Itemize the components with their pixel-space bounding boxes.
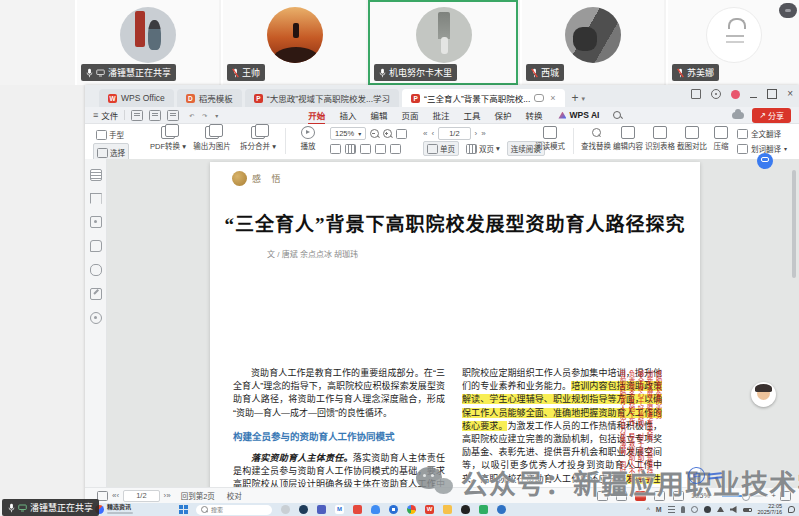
full-translate-button[interactable]: 全文翻译 — [737, 126, 787, 141]
recognize-table-button[interactable]: 识别表格 — [645, 126, 675, 151]
comment-bubble-icon[interactable] — [534, 94, 544, 102]
network-globe-icon[interactable] — [691, 506, 698, 513]
proofread-link[interactable]: 校对 — [227, 490, 242, 501]
zoom-out-icon[interactable] — [370, 129, 379, 138]
teams-app-icon[interactable] — [317, 505, 326, 514]
taskbar-clock[interactable]: 22:05 2025/7/16 — [758, 504, 782, 515]
video-tile[interactable]: 西城 — [520, 0, 664, 85]
menu-page[interactable]: 页面 — [401, 109, 418, 121]
share-button[interactable]: ↗ 分享 — [752, 108, 791, 123]
zoom-slider[interactable] — [722, 495, 768, 497]
chrome-icon[interactable] — [407, 505, 416, 514]
sharing-indicator-badge[interactable]: 潘锺慧正在共享 — [2, 499, 99, 516]
redo-icon[interactable]: ↷ — [202, 112, 207, 119]
ime-icon[interactable]: M — [656, 506, 662, 513]
bookmark-icon[interactable] — [90, 193, 102, 204]
fit-height-icon[interactable] — [360, 144, 371, 154]
undo-icon[interactable]: ↶ — [189, 112, 194, 119]
file-menu[interactable]: 文件 — [101, 109, 118, 121]
menu-tools[interactable]: 工具 — [463, 109, 480, 121]
fit-width-icon[interactable] — [345, 144, 356, 154]
settings-sliders-icon[interactable] — [668, 506, 675, 513]
find-replace-button[interactable]: 查找替换 — [581, 126, 611, 151]
back-to-page-link[interactable]: 回到第2页 — [181, 490, 215, 501]
menu-home[interactable]: 开始 — [308, 109, 325, 121]
minimize-button[interactable] — [750, 97, 757, 98]
start-button[interactable] — [179, 505, 188, 514]
wps-app-icon[interactable]: W — [425, 505, 434, 514]
maximize-button[interactable] — [767, 89, 777, 99]
save-icon[interactable] — [149, 110, 161, 121]
split-merge-button[interactable]: 拆分合并 ▾ — [237, 126, 279, 151]
menu-insert[interactable]: 插入 — [339, 109, 356, 121]
vertical-scrollbar[interactable] — [792, 170, 796, 278]
cloud-drive-icon[interactable] — [371, 505, 380, 514]
tab-pdf-document-2-active[interactable]: P “三全育人”背景下高职院校... × — [402, 89, 565, 107]
stamp-icon[interactable] — [90, 312, 102, 324]
search-icon[interactable] — [613, 111, 622, 120]
wifi-icon[interactable] — [717, 507, 724, 512]
zoom-out-button[interactable]: − — [713, 491, 717, 500]
pdf-canvas[interactable]: 感 悟 “三全育人”背景下高职院校发展型资助育人路径探究 文 / 唐斌 余点点冰… — [107, 159, 799, 487]
last-page-icon[interactable]: » — [166, 491, 170, 500]
hidden-icons-chevron[interactable]: ^ — [646, 506, 649, 513]
prev-page-icon[interactable]: ‹ — [116, 491, 119, 500]
zoom-level-dropdown[interactable]: 125%▾ — [330, 127, 366, 140]
edge-browser-icon[interactable] — [299, 505, 308, 514]
double-page-icon[interactable] — [673, 491, 684, 501]
meeting-app-icon[interactable] — [281, 505, 290, 514]
page-indicator[interactable]: 1/2 — [438, 127, 470, 140]
more-dropdown-icon[interactable]: ▾ — [215, 112, 218, 119]
image-annotation-icon[interactable] — [90, 216, 102, 228]
cloud-sync-icon[interactable] — [732, 112, 744, 119]
edit-content-button[interactable]: 编辑内容 — [613, 126, 643, 151]
browser-globe-icon[interactable] — [497, 505, 506, 514]
screenshot-compare-button[interactable]: 截图对比 — [677, 126, 707, 151]
layout-icon[interactable] — [691, 89, 701, 99]
single-page-icon[interactable] — [654, 491, 665, 501]
outlook-icon[interactable] — [389, 505, 398, 514]
account-avatar[interactable] — [731, 90, 740, 99]
thumbnails-panel-icon[interactable] — [90, 169, 102, 181]
hand-tool[interactable]: 手型 — [93, 126, 129, 143]
menu-edit[interactable]: 编辑 — [370, 109, 387, 121]
zoom-in-icon[interactable] — [383, 129, 392, 138]
mail-app-icon[interactable]: M — [335, 505, 344, 514]
single-page-view[interactable]: 单页 — [423, 141, 459, 156]
signature-icon[interactable] — [90, 288, 102, 300]
rotate-right-icon[interactable] — [390, 144, 401, 154]
volume-icon[interactable] — [730, 506, 737, 513]
settings-gear-icon[interactable] — [711, 89, 721, 99]
microphone-tray-icon[interactable] — [681, 506, 685, 513]
open-folder-icon[interactable] — [131, 110, 143, 121]
taskbar-search[interactable]: 搜索 — [196, 505, 272, 515]
wps-ai-button[interactable]: WPS AI — [558, 110, 599, 120]
read-layout-icon[interactable] — [616, 491, 627, 501]
export-image-button[interactable]: 输出为图片 — [191, 126, 233, 151]
tab-pdf-document-1[interactable]: P “大思政”视域下高职院校发...学习 — [245, 89, 399, 107]
page-indicator[interactable]: 1/2 — [123, 490, 159, 502]
green-app-icon[interactable] — [479, 505, 488, 514]
close-window-button[interactable]: × — [787, 90, 793, 98]
last-page-icon[interactable]: » — [481, 129, 485, 138]
battery-icon[interactable] — [743, 508, 752, 512]
video-tile[interactable]: 王帅 — [221, 0, 366, 85]
file-explorer-icon[interactable] — [443, 505, 452, 514]
read-mode-button[interactable]: 阅读模式 — [533, 126, 567, 151]
next-page-icon[interactable]: › — [475, 129, 478, 138]
dark-mode-icon[interactable] — [704, 506, 711, 513]
meeting-corner-control[interactable] — [779, 3, 797, 18]
attachment-icon[interactable] — [90, 264, 102, 276]
play-button[interactable]: 播放 — [295, 126, 321, 151]
menu-annotate[interactable]: 批注 — [432, 109, 449, 121]
menu-protect[interactable]: 保护 — [494, 109, 511, 121]
fit-screen-icon[interactable] — [780, 491, 791, 501]
tab-docer-templates[interactable]: D 稻壳模板 — [177, 89, 242, 107]
compress-button[interactable]: 压缩 — [709, 126, 733, 151]
menu-convert[interactable]: 转换 — [525, 109, 542, 121]
highlight-tool-icon[interactable] — [635, 491, 646, 501]
rotate-left-icon[interactable] — [375, 144, 386, 154]
prev-page-icon[interactable]: ‹ — [431, 129, 434, 138]
video-tile-active-speaker[interactable]: 机电努尔卡木里 — [368, 0, 518, 85]
notification-bell-icon[interactable] — [788, 506, 795, 513]
